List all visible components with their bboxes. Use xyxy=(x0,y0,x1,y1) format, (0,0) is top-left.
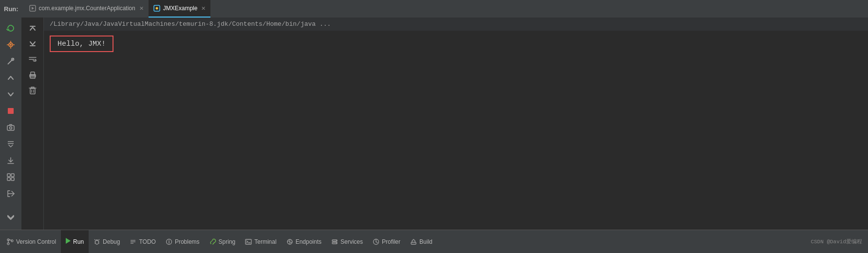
bottom-bar: Version Control Run Debug xyxy=(0,230,868,253)
run-label-bottom: Run xyxy=(73,238,84,245)
endpoints-icon xyxy=(286,238,293,245)
bottom-debug[interactable]: Debug xyxy=(89,230,125,253)
run-toolbar xyxy=(21,18,44,230)
scroll-down-toolbar-icon[interactable] xyxy=(26,37,39,51)
run-label: Run: xyxy=(4,5,19,13)
build-icon xyxy=(410,238,417,245)
problems-label: Problems xyxy=(175,238,200,245)
services-label: Services xyxy=(340,238,363,245)
tab-jmxexample[interactable]: JMXExample ✕ xyxy=(149,0,211,18)
run-tab-icon xyxy=(29,5,36,12)
svg-point-5 xyxy=(10,44,12,46)
tab-jmxexample-close[interactable]: ✕ xyxy=(201,5,206,12)
spark-icon[interactable] xyxy=(3,37,19,53)
info-icon xyxy=(166,238,172,245)
puzzle-icon[interactable] xyxy=(3,169,19,185)
tab-bar: Run: com.example.jmx.CounterApplication … xyxy=(0,0,868,18)
bottom-profiler[interactable]: Profiler xyxy=(368,230,405,253)
import-icon[interactable] xyxy=(3,153,19,168)
output-highlight-box: Hello, JMX! xyxy=(50,36,113,52)
svg-rect-20 xyxy=(7,178,10,181)
bottom-endpoints[interactable]: Endpoints xyxy=(282,230,326,253)
print-toolbar-icon[interactable] xyxy=(26,68,39,82)
services-icon xyxy=(331,238,338,245)
bottom-terminal[interactable]: Terminal xyxy=(240,230,281,253)
todo-label: TODO xyxy=(139,238,155,245)
jmx-tab-icon xyxy=(153,5,160,12)
bottom-build[interactable]: Build xyxy=(405,230,437,253)
svg-point-13 xyxy=(10,127,12,129)
bottom-services[interactable]: Services xyxy=(326,230,368,253)
console-path: /Library/Java/JavaVirtualMachines/temuri… xyxy=(44,18,868,31)
version-control-label: Version Control xyxy=(16,238,56,245)
arrow-up-icon[interactable] xyxy=(3,70,19,86)
svg-rect-18 xyxy=(7,174,10,177)
svg-rect-11 xyxy=(8,108,14,114)
run-triangle-icon xyxy=(66,238,71,245)
bottom-todo[interactable]: TODO xyxy=(125,230,160,253)
wrench-icon[interactable] xyxy=(3,54,19,69)
svg-rect-56 xyxy=(411,242,416,244)
endpoints-label: Endpoints xyxy=(296,238,321,245)
bottom-version-control[interactable]: Version Control xyxy=(2,230,61,253)
bug-icon xyxy=(94,238,100,245)
console-area: /Library/Java/JavaVirtualMachines/temuri… xyxy=(44,18,868,230)
bottom-spring[interactable]: Spring xyxy=(205,230,241,253)
svg-rect-28 xyxy=(31,72,35,75)
build-label: Build xyxy=(419,238,433,245)
login-icon[interactable] xyxy=(3,186,19,201)
camera-icon[interactable] xyxy=(3,120,19,135)
spring-icon xyxy=(209,238,216,245)
svg-rect-21 xyxy=(11,178,14,181)
debug-label: Debug xyxy=(103,238,120,245)
svg-rect-12 xyxy=(7,126,14,130)
svg-marker-1 xyxy=(32,7,34,10)
arrow-down-icon[interactable] xyxy=(3,87,19,102)
bottom-problems[interactable]: Problems xyxy=(161,230,205,253)
svg-point-53 xyxy=(336,240,337,241)
trash-toolbar-icon[interactable] xyxy=(26,84,39,97)
svg-rect-19 xyxy=(11,174,14,177)
svg-point-3 xyxy=(155,7,158,10)
profiler-icon xyxy=(373,238,379,245)
branch-icon xyxy=(7,238,14,245)
spring-label: Spring xyxy=(219,238,236,245)
watermark: CSDN @David爱编程 xyxy=(811,238,866,245)
svg-rect-30 xyxy=(30,89,35,94)
more-icon[interactable] xyxy=(3,210,19,226)
profiler-label: Profiler xyxy=(382,238,400,245)
terminal-icon xyxy=(245,238,252,245)
left-sidebar xyxy=(0,18,21,230)
tab-counter-close[interactable]: ✕ xyxy=(139,5,144,12)
svg-point-54 xyxy=(336,242,337,243)
stop-icon[interactable] xyxy=(3,103,19,119)
refresh-icon[interactable] xyxy=(3,20,19,36)
bottom-run[interactable]: Run xyxy=(61,230,89,253)
scroll-up-toolbar-icon[interactable] xyxy=(26,21,39,35)
output-text: Hello, JMX! xyxy=(57,40,106,48)
main-area: /Library/Java/JavaVirtualMachines/temuri… xyxy=(0,18,868,230)
tab-counter-label: com.example.jmx.CounterApplication xyxy=(39,5,135,12)
wrap-lines-icon[interactable] xyxy=(26,53,39,66)
tab-counter[interactable]: com.example.jmx.CounterApplication ✕ xyxy=(24,0,149,18)
svg-rect-47 xyxy=(245,239,251,244)
tab-jmxexample-label: JMXExample xyxy=(163,5,198,12)
terminal-label: Terminal xyxy=(254,238,276,245)
svg-point-36 xyxy=(95,240,99,244)
scroll-to-end-icon[interactable] xyxy=(3,136,19,152)
console-output: Hello, JMX! xyxy=(44,31,868,230)
list-icon xyxy=(130,238,136,245)
